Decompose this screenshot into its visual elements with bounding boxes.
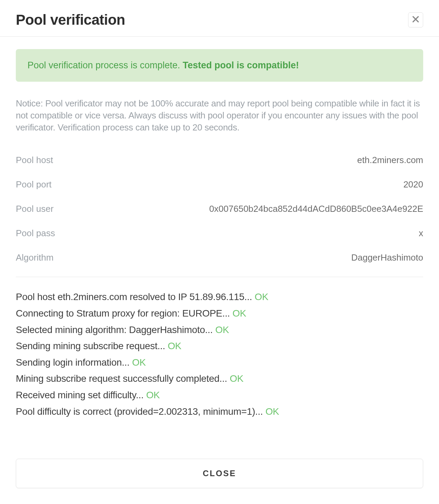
log-line: Pool difficulty is correct (provided=2.0… — [16, 403, 423, 420]
status-ok: OK — [233, 308, 246, 319]
detail-label: Algorithm — [16, 252, 54, 263]
detail-label: Pool host — [16, 155, 53, 165]
notice-text: Notice: Pool verificator may not be 100%… — [16, 98, 423, 134]
verification-log: Pool host eth.2miners.com resolved to IP… — [16, 289, 423, 420]
status-ok: OK — [146, 390, 160, 400]
detail-row: Pool user 0x007650b24bca852d44dACdD860B5… — [16, 197, 423, 221]
status-ok: OK — [266, 406, 279, 417]
status-ok: OK — [168, 341, 181, 351]
log-line: Sending mining subscribe request... OK — [16, 338, 423, 354]
success-alert: Pool verification process is complete. T… — [16, 49, 423, 82]
modal-header: Pool verification — [0, 0, 439, 37]
log-text: Pool difficulty is correct (provided=2.0… — [16, 406, 266, 417]
pool-verification-modal: Pool verification Pool verification proc… — [0, 0, 439, 504]
detail-value: 0x007650b24bca852d44dACdD860B5c0ee3A4e92… — [209, 204, 423, 214]
log-line: Received mining set difficulty... OK — [16, 387, 423, 403]
modal-title: Pool verification — [16, 12, 125, 28]
close-button[interactable] — [408, 12, 423, 27]
detail-row: Algorithm DaggerHashimoto — [16, 245, 423, 270]
close-icon — [412, 16, 419, 24]
detail-label: Pool user — [16, 204, 54, 214]
log-text: Sending mining subscribe request... — [16, 341, 168, 351]
log-text: Pool host eth.2miners.com resolved to IP… — [16, 291, 255, 302]
detail-label: Pool port — [16, 179, 52, 190]
section-divider — [16, 277, 423, 277]
pool-details-list: Pool host eth.2miners.com Pool port 2020… — [16, 148, 423, 270]
alert-strong: Tested pool is compatible! — [183, 60, 299, 70]
log-line: Selected mining algorithm: DaggerHashimo… — [16, 322, 423, 338]
log-text: Mining subscribe request successfully co… — [16, 373, 230, 384]
log-text: Connecting to Stratum proxy for region: … — [16, 308, 233, 319]
modal-body: Pool verification process is complete. T… — [0, 37, 439, 459]
alert-text: Pool verification process is complete. — [27, 60, 183, 70]
detail-label: Pool pass — [16, 228, 55, 239]
detail-row: Pool pass x — [16, 221, 423, 245]
detail-value: eth.2miners.com — [357, 155, 423, 165]
detail-row: Pool port 2020 — [16, 172, 423, 197]
status-ok: OK — [255, 291, 268, 302]
log-line: Sending login information... OK — [16, 354, 423, 371]
status-ok: OK — [132, 357, 146, 368]
detail-row: Pool host eth.2miners.com — [16, 148, 423, 172]
detail-value: x — [419, 228, 423, 239]
detail-value: 2020 — [403, 179, 423, 190]
status-ok: OK — [215, 324, 229, 335]
log-text: Sending login information... — [16, 357, 132, 368]
modal-footer: CLOSE — [0, 459, 439, 504]
detail-value: DaggerHashimoto — [351, 252, 423, 263]
log-text: Selected mining algorithm: DaggerHashimo… — [16, 324, 215, 335]
log-text: Received mining set difficulty... — [16, 390, 146, 400]
status-ok: OK — [230, 373, 244, 384]
log-line: Mining subscribe request successfully co… — [16, 370, 423, 387]
log-line: Connecting to Stratum proxy for region: … — [16, 305, 423, 322]
log-line: Pool host eth.2miners.com resolved to IP… — [16, 289, 423, 305]
close-wide-button[interactable]: CLOSE — [16, 459, 423, 488]
